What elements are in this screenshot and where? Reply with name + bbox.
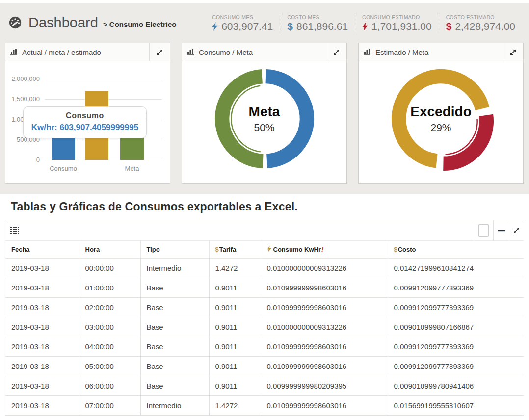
bar-chart-icon [364, 49, 371, 55]
stats-bar: CONSUMO MES 603,907.41 COSTO MES $ 861,8… [205, 13, 522, 32]
cell-costo: 0.009010999807166867 [388, 317, 524, 337]
stat-value: 2,428,974.00 [455, 21, 515, 32]
bar-consumo[interactable] [52, 135, 75, 160]
cell-tarifa: 0.9011 [209, 317, 261, 337]
cell-costo: 0.015699199555310607 [388, 395, 524, 415]
col-hora: Hora [79, 241, 140, 258]
dollar-icon: $ [215, 246, 219, 253]
donut-consumo-meta: Meta 50% [212, 66, 317, 172]
expand-icon [513, 227, 520, 234]
cell-tarifa: 1.4272 [209, 258, 261, 278]
stat-consumo-mes: CONSUMO MES 603,907.41 [205, 13, 280, 32]
cell-tipo: Base [140, 356, 209, 376]
col-consumo: Consumo KwHr! [261, 241, 388, 258]
cell-costo: 0.014271999610841274 [388, 258, 524, 278]
cell-fecha: 2019-03-18 [5, 376, 79, 395]
panel-consumo-meta: Consumo / Meta Meta 50% [182, 43, 347, 184]
bolt-icon [212, 22, 218, 31]
cell-hora: 04:00:00 [79, 337, 140, 356]
breadcrumb: > Consumo Electrico [103, 20, 177, 28]
app-header: Dashboard > Consumo Electrico CONSUMO ME… [0, 6, 529, 35]
collapse-button[interactable] [493, 220, 509, 240]
dollar-icon: $ [446, 21, 452, 32]
cell-hora: 05:00:00 [79, 356, 140, 376]
cell-fecha: 2019-03-18 [5, 395, 79, 415]
tooltip-title: Consumo [24, 111, 146, 120]
table-row: 2019-03-1806:00:00Base0.90110.0099999999… [5, 376, 524, 395]
cell-tipo: Base [140, 278, 209, 297]
page-title: Dashboard [28, 15, 98, 31]
stat-costo-estimado: COSTO ESTIMADO $ 2,428,974.00 [439, 13, 522, 32]
col-fecha: Fecha [5, 241, 79, 258]
panel-title: Actual / meta / estimado [22, 48, 101, 56]
cell-tarifa: 0.9011 [209, 376, 261, 395]
bar-chart-body: 2,000,0001,500,0001,000,000500,0000 Cons… [5, 61, 170, 183]
stat-consumo-estimado: CONSUMO ESTIMADO 1,701,931.00 [355, 13, 439, 32]
table-toolbar [5, 220, 524, 241]
table-row: 2019-03-1804:00:00Base0.90110.0109999999… [5, 337, 524, 356]
gridline [45, 160, 162, 160]
y-tick-label: 1,500,000 [5, 95, 40, 103]
cell-tipo: Base [140, 376, 209, 395]
stat-value: 603,907.41 [221, 21, 273, 32]
table-row: 2019-03-1807:00:00Intermedio1.42720.0109… [5, 395, 524, 415]
cell-fecha: 2019-03-18 [5, 317, 79, 337]
cell-tipo: Intermedio [140, 258, 209, 278]
cell-fecha: 2019-03-18 [5, 356, 79, 376]
panel-actual-meta-estimado: Actual / meta / estimado 2,000,0001,500,… [5, 43, 170, 184]
cell-tarifa: 0.9011 [209, 337, 261, 356]
top-section: Dashboard > Consumo Electrico CONSUMO ME… [0, 3, 529, 194]
table-row: 2019-03-1805:00:00Base0.90110.0109999999… [5, 356, 524, 376]
y-tick-label: 0 [5, 156, 40, 163]
table-header-row: Fecha Hora Tipo $Tarifa Consumo KwHr! $C… [5, 241, 524, 258]
dashboard-gauge-icon [8, 16, 23, 29]
y-tick-label: 2,000,000 [5, 75, 40, 82]
expand-icon[interactable] [326, 43, 346, 61]
table-section: Tablas y Gráficas de Consumos exportable… [0, 194, 529, 416]
cell-hora: 02:00:00 [79, 297, 140, 317]
col-tipo: Tipo [140, 241, 209, 258]
bolt-icon [267, 246, 271, 254]
x-axis-labels: ConsumoMeta [5, 165, 170, 175]
select-checkbox-cell[interactable] [474, 220, 493, 240]
cell-tipo: Base [140, 317, 209, 337]
x-tick-label: Consumo [44, 165, 83, 172]
cell-consumo-kwhr: 0.010000000009313226 [261, 258, 388, 278]
bar-chart-icon [10, 49, 18, 55]
tooltip-value: Kw/hr: 603,907.4059999995 [24, 123, 146, 132]
cell-fecha: 2019-03-18 [5, 297, 79, 317]
cell-tarifa: 0.9011 [209, 356, 261, 376]
minus-icon [498, 230, 505, 232]
cell-costo: 0.009912099777393369 [388, 278, 524, 297]
bolt-icon [362, 22, 368, 31]
dollar-icon: $ [394, 246, 397, 253]
cell-tipo: Intermedio [140, 395, 209, 415]
expand-icon[interactable] [149, 43, 170, 61]
donut-estimado-meta: Excedido 29% [388, 66, 494, 172]
table-panel: Fecha Hora Tipo $Tarifa Consumo KwHr! $C… [5, 220, 524, 416]
cell-tipo: Base [140, 297, 209, 317]
cell-costo: 0.009912099777393369 [388, 297, 524, 317]
cell-consumo-kwhr: 0.009999999980209395 [261, 376, 388, 395]
x-tick-label: Meta [112, 165, 152, 172]
cell-tarifa: 1.4272 [209, 395, 261, 415]
cell-hora: 07:00:00 [79, 395, 140, 415]
cell-costo: 0.009912099777393369 [388, 356, 524, 376]
alert-icon: ! [321, 246, 323, 253]
checkbox[interactable] [478, 224, 489, 237]
expand-icon[interactable] [503, 43, 523, 61]
cell-consumo-kwhr: 0.010999999998603016 [261, 395, 388, 415]
cell-costo: 0.009912099777393369 [388, 337, 524, 356]
cell-hora: 01:00:00 [79, 278, 140, 297]
panel-estimado-meta: Estimado / Meta Excedido [358, 43, 524, 184]
cell-tarifa: 0.9011 [209, 278, 261, 297]
col-tarifa: $Tarifa [209, 241, 261, 258]
stat-costo-mes: COSTO MES $ 861,896.61 [280, 13, 355, 32]
expand-button[interactable] [509, 220, 524, 240]
cell-fecha: 2019-03-18 [5, 278, 79, 297]
bar-chart-icon [187, 49, 195, 55]
stat-value: 1,701,931.00 [371, 21, 432, 32]
gridline [45, 79, 162, 79]
dollar-icon: $ [287, 21, 293, 32]
panel-title: Estimado / Meta [375, 48, 428, 56]
